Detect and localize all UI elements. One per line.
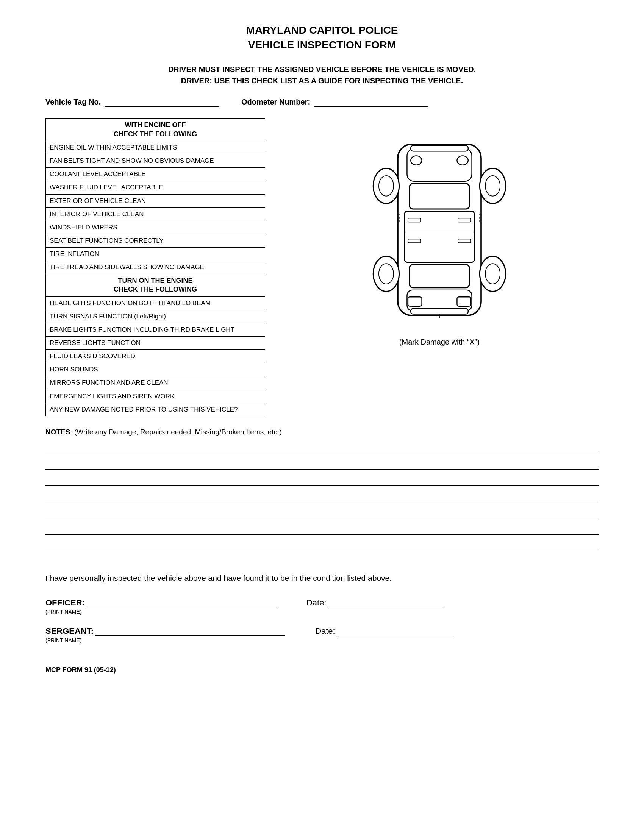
table-row: SEAT BELT FUNCTIONS CORRECTLY bbox=[46, 234, 265, 247]
section2-header1: TURN ON THE ENGINE bbox=[118, 277, 192, 285]
svg-point-17 bbox=[485, 264, 500, 285]
sergeant-sig-line-row: SERGEANT: bbox=[45, 626, 285, 636]
vehicle-tag-input[interactable] bbox=[105, 98, 219, 107]
svg-rect-27 bbox=[411, 146, 468, 151]
item-cell: HORN SOUNDS bbox=[46, 363, 265, 376]
item-cell: ENGINE OIL WITHIN ACCEPTABLE LIMITS bbox=[46, 141, 265, 154]
item-cell: FLUID LEAKS DISCOVERED bbox=[46, 350, 265, 363]
table-row: EXTERIOR OF VEHICLE CLEAN bbox=[46, 194, 265, 207]
svg-rect-4 bbox=[409, 265, 470, 288]
subtitle-line2: DRIVER: USE THIS CHECK LIST AS A GUIDE F… bbox=[45, 75, 599, 86]
item-cell: HEADLIGHTS FUNCTION ON BOTH HI AND LO BE… bbox=[46, 296, 265, 310]
item-cell: BRAKE LIGHTS FUNCTION INCLUDING THIRD BR… bbox=[46, 323, 265, 337]
table-row: ENGINE OIL WITHIN ACCEPTABLE LIMITS bbox=[46, 141, 265, 154]
section2-header-cell: TURN ON THE ENGINE CHECK THE FOLLOWING bbox=[46, 274, 265, 297]
section1-header-cell: WITH ENGINE OFF CHECK THE FOLLOWING bbox=[46, 119, 265, 141]
item-cell: ANY NEW DAMAGE NOTED PRIOR TO USING THIS… bbox=[46, 403, 265, 416]
item-cell: COOLANT LEVEL ACCEPTABLE bbox=[46, 168, 265, 181]
form-number: MCP FORM 91 (05-12) bbox=[45, 666, 599, 674]
notes-title: NOTES bbox=[45, 428, 70, 436]
officer-sig-line-row: OFFICER: bbox=[45, 598, 276, 608]
sergeant-label: SERGEANT: bbox=[45, 626, 93, 636]
item-cell: INTERIOR OF VEHICLE CLEAN bbox=[46, 207, 265, 221]
svg-point-6 bbox=[411, 156, 422, 165]
sergeant-date-block: Date: bbox=[315, 626, 452, 637]
officer-label: OFFICER: bbox=[45, 598, 85, 607]
section2-header2: CHECK THE FOLLOWING bbox=[114, 286, 197, 293]
svg-rect-8 bbox=[408, 297, 422, 306]
checklist-table: WITH ENGINE OFF CHECK THE FOLLOWING ENGI… bbox=[45, 118, 265, 416]
vehicle-info-row: Vehicle Tag No. Odometer Number: bbox=[45, 98, 599, 107]
officer-sub: (PRINT NAME) bbox=[45, 609, 276, 615]
notes-line-2[interactable] bbox=[45, 456, 599, 470]
item-cell: REVERSE LIGHTS FUNCTION bbox=[46, 337, 265, 350]
svg-point-16 bbox=[379, 264, 394, 285]
section1-header2: CHECK THE FOLLOWING bbox=[114, 130, 197, 138]
subtitle-line1: DRIVER MUST INSPECT THE ASSIGNED VEHICLE… bbox=[45, 64, 599, 75]
vehicle-tag-field: Vehicle Tag No. bbox=[45, 98, 219, 107]
svg-rect-9 bbox=[457, 297, 471, 306]
form-title-line2: VEHICLE INSPECTION FORM bbox=[45, 37, 599, 52]
item-cell: MIRRORS FUNCTION AND ARE CLEAN bbox=[46, 376, 265, 390]
notes-line-3[interactable] bbox=[45, 473, 599, 486]
officer-date-block: Date: bbox=[306, 598, 443, 608]
table-row: EMERGENCY LIGHTS AND SIREN WORK bbox=[46, 390, 265, 403]
svg-rect-20 bbox=[458, 219, 471, 222]
table-row: HEADLIGHTS FUNCTION ON BOTH HI AND LO BE… bbox=[46, 296, 265, 310]
section1-header1: WITH ENGINE OFF bbox=[125, 121, 186, 129]
car-diagram-svg bbox=[364, 126, 515, 334]
car-diagram-area: (Mark Damage with “X”) bbox=[280, 118, 599, 416]
notes-lines bbox=[45, 440, 599, 551]
officer-sig-line[interactable] bbox=[87, 600, 276, 607]
table-row: REVERSE LIGHTS FUNCTION bbox=[46, 337, 265, 350]
subtitle-block: DRIVER MUST INSPECT THE ASSIGNED VEHICLE… bbox=[45, 64, 599, 86]
table-row: HORN SOUNDS bbox=[46, 363, 265, 376]
table-row: FAN BELTS TIGHT AND SHOW NO OBVIOUS DAMA… bbox=[46, 154, 265, 168]
svg-point-7 bbox=[457, 156, 468, 165]
item-cell: WASHER FLUID LEVEL ACCEPTABLE bbox=[46, 181, 265, 194]
sergeant-date-line[interactable] bbox=[338, 626, 452, 637]
item-cell: FAN BELTS TIGHT AND SHOW NO OBVIOUS DAMA… bbox=[46, 154, 265, 168]
main-content: WITH ENGINE OFF CHECK THE FOLLOWING ENGI… bbox=[45, 118, 599, 416]
item-cell: EMERGENCY LIGHTS AND SIREN WORK bbox=[46, 390, 265, 403]
table-row: TIRE INFLATION bbox=[46, 247, 265, 261]
notes-line-1[interactable] bbox=[45, 440, 599, 453]
svg-point-14 bbox=[379, 176, 394, 196]
sergeant-sub: (PRINT NAME) bbox=[45, 637, 285, 643]
svg-point-15 bbox=[485, 176, 500, 196]
table-row: BRAKE LIGHTS FUNCTION INCLUDING THIRD BR… bbox=[46, 323, 265, 337]
section2-header-row: TURN ON THE ENGINE CHECK THE FOLLOWING bbox=[46, 274, 265, 297]
sergeant-block: SERGEANT: (PRINT NAME) bbox=[45, 626, 285, 643]
svg-rect-19 bbox=[408, 219, 421, 222]
notes-line-7[interactable] bbox=[45, 538, 599, 551]
item-cell: TIRE INFLATION bbox=[46, 247, 265, 261]
page-header: MARYLAND CAPITOL POLICE VEHICLE INSPECTI… bbox=[45, 23, 599, 52]
attestation-text: I have personally inspected the vehicle … bbox=[45, 574, 599, 583]
svg-rect-26 bbox=[411, 309, 468, 314]
notes-line-6[interactable] bbox=[45, 521, 599, 535]
table-row: WINDSHIELD WIPERS bbox=[46, 221, 265, 234]
vehicle-tag-label: Vehicle Tag No. bbox=[45, 98, 101, 106]
table-row: INTERIOR OF VEHICLE CLEAN bbox=[46, 207, 265, 221]
svg-rect-22 bbox=[458, 239, 471, 243]
form-title-line1: MARYLAND CAPITOL POLICE bbox=[45, 23, 599, 37]
odometer-field: Odometer Number: bbox=[242, 98, 428, 107]
damage-label: (Mark Damage with “X”) bbox=[399, 338, 480, 346]
officer-date-line[interactable] bbox=[329, 598, 443, 608]
table-row: ANY NEW DAMAGE NOTED PRIOR TO USING THIS… bbox=[46, 403, 265, 416]
officer-date-label: Date: bbox=[306, 598, 327, 608]
section1-header-row: WITH ENGINE OFF CHECK THE FOLLOWING bbox=[46, 119, 265, 141]
notes-line-4[interactable] bbox=[45, 489, 599, 502]
notes-line-5[interactable] bbox=[45, 505, 599, 518]
sergeant-row: SERGEANT: (PRINT NAME) Date: bbox=[45, 626, 599, 643]
table-row: COOLANT LEVEL ACCEPTABLE bbox=[46, 168, 265, 181]
table-row: MIRRORS FUNCTION AND ARE CLEAN bbox=[46, 376, 265, 390]
notes-description: : (Write any Damage, Repairs needed, Mis… bbox=[70, 428, 282, 436]
table-row: TURN SIGNALS FUNCTION (Left/Right) bbox=[46, 310, 265, 323]
sergeant-sig-line[interactable] bbox=[95, 629, 285, 636]
signature-section: OFFICER: (PRINT NAME) Date: SERGEANT: (P… bbox=[45, 598, 599, 643]
sergeant-date-label: Date: bbox=[315, 626, 335, 636]
officer-row: OFFICER: (PRINT NAME) Date: bbox=[45, 598, 599, 615]
item-cell: TURN SIGNALS FUNCTION (Left/Right) bbox=[46, 310, 265, 323]
odometer-input[interactable] bbox=[314, 98, 428, 107]
